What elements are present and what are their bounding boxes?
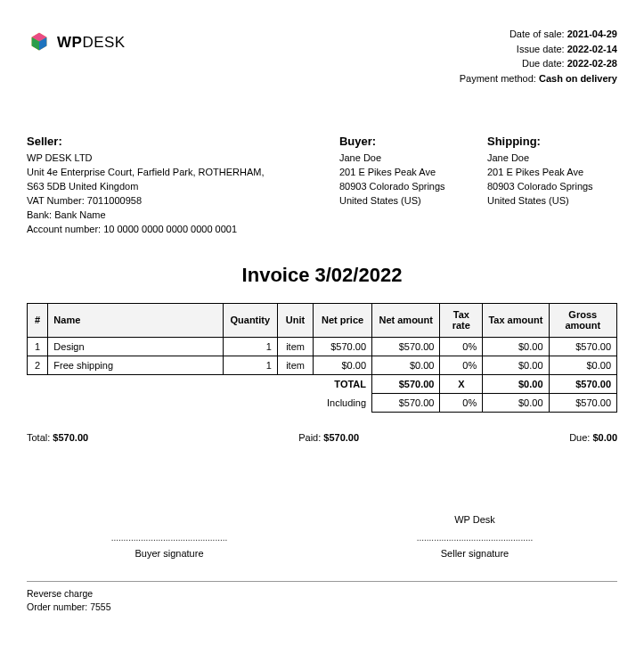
including-row: Including $570.00 0% $0.00 $570.00 — [28, 393, 617, 412]
buyer-block: Buyer: Jane Doe 201 E Pikes Peak Ave 809… — [339, 135, 469, 237]
summary-total: Total: $570.00 — [27, 432, 88, 443]
col-taxa: Tax amount — [483, 303, 549, 337]
invoice-title: Invoice 3/02/2022 — [27, 264, 617, 287]
signature-line: ........................................… — [80, 533, 258, 543]
seller-block: Seller: WP DESK LTD Unit 4e Enterprise C… — [27, 135, 322, 237]
buyer-signature-label: Buyer signature — [80, 548, 258, 559]
items-table: # Name Quantity Unit Net price Net amoun… — [27, 303, 617, 413]
summary-due: Due: $0.00 — [569, 432, 617, 443]
seller-acct: Account number: 10 0000 0000 0000 0000 0… — [27, 223, 322, 237]
buyer-name: Jane Doe — [339, 151, 469, 166]
invoice-page: WPDESK Date of sale: 2021-04-29 Issue da… — [0, 0, 644, 646]
seller-bank: Bank: Bank Name — [27, 209, 322, 223]
date-of-sale-label: Date of sale: — [509, 29, 565, 39]
col-qty: Quantity — [223, 303, 277, 337]
seller-addr2: S63 5DB United Kingdom — [27, 180, 322, 194]
header-row: WPDESK Date of sale: 2021-04-29 Issue da… — [27, 27, 617, 86]
payment-method: Cash on delivery — [539, 73, 617, 84]
signatures-row: ........................................… — [27, 514, 617, 559]
due-date-label: Due date: — [522, 58, 565, 69]
shipping-name: Jane Doe — [487, 151, 617, 166]
meta-block: Date of sale: 2021-04-29 Issue date: 202… — [460, 27, 617, 86]
seller-signature-label: Seller signature — [386, 548, 564, 559]
col-neta: Net amount — [372, 303, 440, 337]
parties-row: Seller: WP DESK LTD Unit 4e Enterprise C… — [27, 135, 617, 237]
seller-signature-block: WP Desk ................................… — [386, 514, 564, 559]
buyer-addr2: 80903 Colorado Springs — [339, 180, 469, 194]
col-num: # — [28, 303, 48, 337]
shipping-addr1: 201 E Pikes Peak Ave — [487, 166, 617, 180]
total-row: TOTAL $570.00 X $0.00 $570.00 — [28, 374, 617, 393]
col-name: Name — [48, 303, 223, 337]
signature-line: ........................................… — [386, 533, 564, 543]
table-row: 2 Free shipping 1 item $0.00 $0.00 0% $0… — [28, 356, 617, 374]
shipping-heading: Shipping: — [487, 135, 617, 148]
shipping-addr3: United States (US) — [487, 194, 617, 209]
due-date: 2022-02-28 — [567, 58, 617, 69]
logo: WPDESK — [27, 30, 126, 55]
footer-line1: Reverse charge — [27, 587, 617, 601]
seller-signature-name: WP Desk — [386, 514, 564, 527]
shipping-block: Shipping: Jane Doe 201 E Pikes Peak Ave … — [487, 135, 617, 237]
wpdesk-icon — [27, 30, 52, 55]
shipping-addr2: 80903 Colorado Springs — [487, 180, 617, 194]
seller-heading: Seller: — [27, 135, 322, 148]
issue-date: 2022-02-14 — [567, 44, 617, 54]
seller-name: WP DESK LTD — [27, 151, 322, 166]
table-row: 1 Design 1 item $570.00 $570.00 0% $0.00… — [28, 337, 617, 356]
buyer-addr3: United States (US) — [339, 194, 469, 209]
buyer-signature-name — [80, 514, 258, 527]
col-netp: Net price — [314, 303, 372, 337]
payment-method-label: Payment method: — [460, 73, 536, 84]
footer-line2: Order number: 7555 — [27, 601, 617, 615]
summary-bar: Total: $570.00 Paid: $570.00 Due: $0.00 — [27, 432, 617, 443]
buyer-heading: Buyer: — [339, 135, 469, 148]
summary-paid: Paid: $570.00 — [298, 432, 359, 443]
seller-addr1: Unit 4e Enterprise Court, Farfield Park,… — [27, 166, 322, 180]
buyer-signature-block: ........................................… — [80, 514, 258, 559]
logo-text: WPDESK — [57, 34, 126, 52]
seller-vat: VAT Number: 7011000958 — [27, 194, 322, 209]
table-header-row: # Name Quantity Unit Net price Net amoun… — [28, 303, 617, 337]
col-gross: Gross amount — [549, 303, 617, 337]
col-taxr: Tax rate — [440, 303, 483, 337]
date-of-sale: 2021-04-29 — [567, 29, 617, 39]
col-unit: Unit — [277, 303, 313, 337]
issue-date-label: Issue date: — [517, 44, 565, 54]
footer-block: Reverse charge Order number: 7555 — [27, 581, 617, 616]
buyer-addr1: 201 E Pikes Peak Ave — [339, 166, 469, 180]
